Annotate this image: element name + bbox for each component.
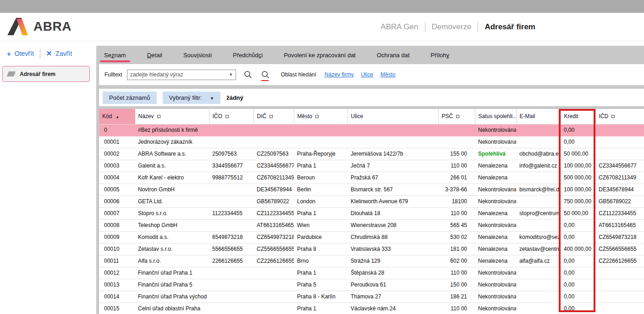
cell-dic: DE345678944 — [253, 184, 294, 195]
tab-p-edch-dci[interactable]: Předchůdci — [233, 46, 263, 64]
table-row[interactable]: 0#Bez příslušnosti k firměNekontrolována… — [99, 124, 644, 136]
cell-psc: 186 21 — [438, 291, 475, 303]
column-header-e-mail[interactable]: E-Mail — [516, 109, 561, 124]
tab-detail[interactable]: Detail — [147, 46, 162, 64]
tab-p-lohy[interactable]: Přílohy — [431, 46, 449, 64]
close-button[interactable]: ✕ Zavřít — [46, 49, 72, 58]
tab-souvislosti[interactable]: Souvislosti — [183, 46, 212, 64]
column-filter-box-icon — [611, 115, 615, 118]
cell-email: bismarck@frei.de — [516, 184, 561, 195]
table-row[interactable]: 00007Stopro s.r.o.1122334455CZ1122334455… — [99, 207, 644, 219]
breadcrumb-separator — [425, 22, 425, 32]
cell-kredit: 50 000,00 — [561, 148, 595, 160]
cell-dic: CZ5566556655 — [253, 243, 294, 255]
cell-nazev: Stopro s.r.o. — [135, 207, 209, 219]
cell-status: Nekontrolována — [475, 219, 516, 231]
open-button[interactable]: + Otevřít — [7, 50, 34, 58]
table-row[interactable]: 00010Zetastav s.r.o.5566556655CZ55665566… — [99, 243, 644, 255]
table-row[interactable]: 00013Finanční úřad Praha 5Praha 5Peroutk… — [99, 279, 644, 291]
cell-ulice: Pražská 67 — [347, 172, 438, 184]
cell-status: Nekontrolována — [475, 303, 516, 314]
sidebar-item-adresar-firem[interactable]: Adresář firem — [2, 66, 90, 82]
search-button[interactable] — [242, 68, 253, 81]
search-filtered-button[interactable] — [260, 68, 271, 81]
cell-psc: 110 00 — [438, 207, 475, 219]
table-row[interactable]: 00001Jednorázový zákazníkNekontrolována0… — [99, 136, 644, 148]
cell-kredit: 0,00 — [561, 303, 595, 314]
cell-status: Nekontrolována — [475, 184, 516, 195]
cell-ulice: Vratislavská 333 — [347, 243, 438, 255]
column-header-satus-spolehli-[interactable]: Satus spolehli... — [475, 109, 516, 124]
cell-email: alfa@alfa.cz — [516, 255, 561, 267]
cell-email — [516, 136, 561, 148]
search-scope-links: Název firmyUliceMěsto — [325, 71, 396, 78]
cell-kredit: 0,00 — [561, 267, 595, 279]
fulltext-label: Fulltext — [105, 71, 122, 78]
cell-icd: CZ6708211349 — [595, 172, 644, 184]
sidebar-item-label: Adresář firem — [20, 71, 55, 77]
cell-icd: CZ3344556677 — [595, 160, 644, 172]
scope-link-m-sto[interactable]: Město — [380, 71, 396, 78]
cell-nazev: GETA Ltd. — [135, 195, 209, 207]
record-count-button[interactable]: Počet záznamů — [103, 92, 157, 104]
breadcrumb-app: ABRA Gen — [380, 22, 418, 32]
tab-povolen-ke-zpracov-n-dat[interactable]: Povolení ke zpracování dat — [284, 46, 356, 64]
table-row[interactable]: 00003Galenit a.s.3344556677CZ3344556677P… — [99, 160, 644, 172]
column-header-di-[interactable]: DIČ — [253, 109, 294, 124]
cell-kod: 00005 — [99, 184, 135, 195]
cell-nazev: Kofr Karel - elektro — [135, 172, 209, 184]
scope-link-ulice[interactable]: Ulice — [361, 71, 373, 78]
abra-logo-icon — [7, 18, 29, 35]
cell-dic: CZ1122334455 — [253, 207, 294, 219]
cell-psc: 530 02 — [438, 231, 475, 243]
cell-status: Spolehlivá — [475, 148, 516, 160]
cell-ulice: Wienerstrasse 208 — [347, 219, 438, 231]
cell-psc: 110 00 — [438, 303, 475, 314]
cell-nazev: Jednorázový zákazník — [135, 136, 209, 148]
table-row[interactable]: 00014Finanční úřad Praha východPraha 8 -… — [99, 291, 644, 303]
column-header-i-o[interactable]: IČO — [209, 109, 253, 124]
column-header-ulice[interactable]: Ulice — [347, 109, 438, 124]
table-row[interactable]: 00004Kofr Karel - elektro9988775512CZ670… — [99, 172, 644, 184]
table-row[interactable]: 00011Alfa s.r.o.2266126655CZ2266126655Br… — [99, 255, 644, 267]
table-row[interactable]: 00006GETA Ltd.GB56789022LondonKlelinwort… — [99, 195, 644, 207]
cell-psc — [438, 124, 475, 136]
table-row[interactable]: 00009Komodit a.s.6549873218CZ6549873218P… — [99, 231, 644, 243]
cell-status: Nenalezena — [475, 160, 516, 172]
table-row[interactable]: 00002ABRA Software a.s.25097563CZ2509756… — [99, 148, 644, 160]
selected-filter-dropdown[interactable]: Vybraný filtr: ▼ — [163, 92, 220, 104]
tab-seznam[interactable]: Seznam — [104, 46, 126, 64]
cell-status: Nekontrolována — [475, 136, 516, 148]
chevron-down-icon[interactable]: ▼ — [226, 72, 236, 77]
column-header-k-d[interactable]: Kód▲ — [99, 109, 135, 124]
table-row[interactable]: 00008Teleshop GmbHAT6613165465WienWiener… — [99, 219, 644, 231]
cell-icd: CZ2266126655 — [595, 255, 644, 267]
column-header-i-d[interactable]: IČD — [595, 109, 644, 124]
tab-ochrana-dat[interactable]: Ochrana dat — [377, 46, 410, 64]
column-header-m-sto[interactable]: Město — [294, 109, 347, 124]
fulltext-combobox: ▼ — [127, 70, 236, 80]
search-scope-label: Oblast hledání — [281, 71, 316, 78]
open-button-label: Otevřít — [15, 50, 34, 57]
cell-ico: 6549873218 — [209, 231, 253, 243]
search-input[interactable] — [127, 71, 226, 78]
page-title: Adresář firem — [484, 22, 535, 32]
column-header-kredit[interactable]: Kredit — [561, 109, 595, 124]
column-header-ps-[interactable]: PSČ — [438, 109, 475, 124]
table-row[interactable]: 00012Finanční úřad Praha 1Praha 1Štěpáns… — [99, 267, 644, 279]
column-header-n-zev[interactable]: Název — [135, 109, 209, 124]
cell-nazev: Zetastav s.r.o. — [135, 243, 209, 255]
scope-link-n-zev-firmy[interactable]: Název firmy — [325, 71, 353, 78]
cell-kod: 00004 — [99, 172, 135, 184]
cell-ulice: Ječná 7 — [347, 160, 438, 172]
table-row[interactable]: 00015Celní úřad oblastní PrahaPraha 1Vác… — [99, 303, 644, 314]
cell-ulice: Peroutkova 61 — [347, 279, 438, 291]
cell-ico — [209, 219, 253, 231]
cell-psc: 110 00 — [438, 267, 475, 279]
companies-table: Kód▲NázevIČODIČMěstoUlicePSČSatus spoleh… — [99, 109, 644, 314]
cell-status: Nekontrolována — [475, 291, 516, 303]
cell-ico — [209, 124, 253, 136]
table-row[interactable]: 00005Novtron GmbHDE345678944BerlinBismar… — [99, 184, 644, 195]
cell-mesto — [294, 136, 347, 148]
cell-status: Nenalezena — [475, 207, 516, 219]
